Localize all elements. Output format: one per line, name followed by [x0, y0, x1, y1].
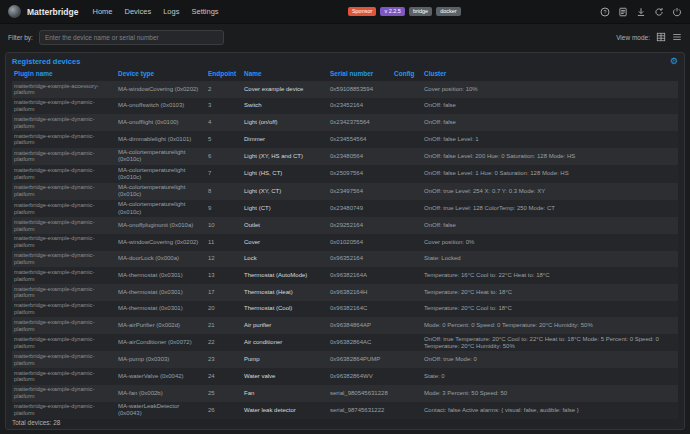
total-devices-label: Total devices: 28 — [12, 419, 60, 426]
cell-serial-number: 0x23480749 — [328, 203, 392, 213]
table-row[interactable]: matterbridge-example-dynamic-platform MA… — [12, 234, 678, 251]
cell-name: Light (on/off) — [242, 118, 328, 128]
shutdown-power-icon[interactable] — [672, 7, 682, 17]
table-row[interactable]: matterbridge-example-dynamic-platform MA… — [12, 131, 678, 148]
cell-serial-number: serial_98745631222 — [328, 405, 392, 415]
sponsor-badge[interactable]: Sponsor — [348, 7, 377, 16]
cell-config — [392, 392, 422, 395]
filter-bar: Filter by: View mode: — [0, 24, 690, 50]
view-mode-switch — [656, 28, 682, 46]
device-filter-input[interactable] — [39, 30, 224, 45]
table-row[interactable]: matterbridge-example-dynamic-platform MA… — [12, 183, 678, 200]
help-icon[interactable]: ? — [600, 7, 610, 17]
cell-config — [392, 190, 422, 193]
cell-device-type: MA-airConditioner (0x0072) — [116, 338, 206, 348]
cell-cluster: OnOff: false — [422, 221, 678, 231]
table-row[interactable]: matterbridge-example-dynamic-platform MA… — [12, 317, 678, 334]
cell-cluster: OnOff: true Temperature: 20°C Cool to: 2… — [422, 334, 678, 351]
menu-item-settings[interactable]: Settings — [191, 7, 218, 16]
cell-endpoint: 5 — [206, 134, 242, 144]
cell-config — [392, 308, 422, 311]
cell-plugin-name: matterbridge-example-dynamic-platform — [12, 385, 116, 402]
table-row[interactable]: matterbridge-example-dynamic-platform MA… — [12, 114, 678, 131]
cell-endpoint: 12 — [206, 254, 242, 264]
cell-serial-number: 0x96382864WV — [328, 371, 392, 381]
cell-serial-number: 0x25097564 — [328, 169, 392, 179]
table-row[interactable]: matterbridge-example-dynamic-platform MA… — [12, 267, 678, 284]
cell-serial-number: 0x96382164C — [328, 304, 392, 314]
update-download-icon[interactable] — [636, 7, 646, 17]
table-row[interactable]: matterbridge-example-dynamic-platform MA… — [12, 217, 678, 234]
table-row[interactable]: matterbridge-example-dynamic-platform MA… — [12, 98, 678, 115]
cell-config — [392, 358, 422, 361]
table-row[interactable]: matterbridge-example-dynamic-platform MA… — [12, 200, 678, 217]
matterbridge-logo-icon — [8, 5, 21, 18]
cell-name: Lock — [242, 254, 328, 264]
panel-header: Registered devices ⚙ — [12, 57, 678, 66]
menu-item-devices[interactable]: Devices — [125, 7, 152, 16]
cell-plugin-name: matterbridge-example-dynamic-platform — [12, 267, 116, 284]
cell-serial-number: 0x2342375564 — [328, 118, 392, 128]
cell-config — [392, 274, 422, 277]
cell-cluster: OnOff: true Level: 254 X: 0.7 Y: 0.3 Mod… — [422, 186, 678, 196]
cell-config — [392, 375, 422, 378]
cell-serial-number: 0x96384864AP — [328, 321, 392, 331]
table-row[interactable]: matterbridge-example-dynamic-platform MA… — [12, 334, 678, 351]
cell-config — [392, 409, 422, 412]
restart-icon[interactable] — [654, 7, 664, 17]
col-header-name: Name — [242, 68, 328, 79]
cell-config — [392, 207, 422, 210]
panel-title: Registered devices — [12, 57, 80, 66]
cell-name: Light (XY, HS and CT) — [242, 151, 328, 161]
cell-plugin-name: matterbridge-example-dynamic-platform — [12, 284, 116, 301]
cell-cluster: Temperature: 16°C Cool to: 22°C Heat to:… — [422, 271, 678, 281]
table-row[interactable]: matterbridge-example-accessory-platform … — [12, 81, 678, 98]
cell-cluster: OnOff: false Level: 1 — [422, 134, 678, 144]
table-row[interactable]: matterbridge-example-dynamic-platform MA… — [12, 165, 678, 182]
cell-cluster: OnOff: false Level: 200 Hue: 0 Saturatio… — [422, 151, 678, 161]
main-menu: Home Devices Logs Settings — [92, 7, 218, 16]
table-row[interactable]: matterbridge-example-dynamic-platform MA… — [12, 251, 678, 268]
cell-cluster: Mode: 0 Percent: 0 Speed: 0 Temperature:… — [422, 321, 678, 331]
menu-item-home[interactable]: Home — [92, 7, 112, 16]
cell-device-type: MA-airPurifier (0x002d) — [116, 321, 206, 331]
cell-serial-number: 0x96382164H — [328, 287, 392, 297]
table-row[interactable]: matterbridge-example-dynamic-platform MA… — [12, 301, 678, 318]
table-view-icon[interactable] — [656, 28, 666, 46]
cell-serial-number: 0x01020564 — [328, 237, 392, 247]
table-row[interactable]: matterbridge-example-dynamic-platform MA… — [12, 284, 678, 301]
cell-name: Light (XY, CT) — [242, 186, 328, 196]
cell-serial-number: 0x23480564 — [328, 151, 392, 161]
cell-config — [392, 155, 422, 158]
cell-plugin-name: matterbridge-example-dynamic-platform — [12, 368, 116, 385]
cell-endpoint: 6 — [206, 151, 242, 161]
cell-plugin-name: matterbridge-example-dynamic-platform — [12, 402, 116, 419]
cell-plugin-name: matterbridge-example-dynamic-platform — [12, 334, 116, 351]
cell-device-type: MA-thermostat (0x0301) — [116, 304, 206, 314]
cell-device-type: MA-colortemperaturelight (0x010c) — [116, 183, 206, 200]
menu-item-logs[interactable]: Logs — [163, 7, 179, 16]
table-row[interactable]: matterbridge-example-dynamic-platform MA… — [12, 368, 678, 385]
col-header-cluster: Cluster — [422, 68, 678, 79]
navbar-actions: ? — [600, 7, 682, 17]
cell-cluster: Temperature: 20°C Cool to: 18°C — [422, 304, 678, 314]
cell-endpoint: 13 — [206, 271, 242, 281]
table-row[interactable]: matterbridge-example-dynamic-platform MA… — [12, 148, 678, 165]
cell-serial-number: 0x96382164A — [328, 271, 392, 281]
panel-footer: Total devices: 28 — [12, 419, 678, 427]
cell-device-type: MA-doorLock (0x000a) — [116, 254, 206, 264]
cell-endpoint: 21 — [206, 321, 242, 331]
cell-name: Outlet — [242, 221, 328, 231]
cell-config — [392, 224, 422, 227]
registered-devices-panel: Registered devices ⚙ Plugin name Device … — [5, 52, 685, 430]
cell-endpoint: 24 — [206, 371, 242, 381]
list-view-icon[interactable] — [672, 28, 682, 46]
table-settings-gear-icon[interactable]: ⚙ — [670, 57, 678, 66]
cell-config — [392, 291, 422, 294]
cell-device-type: MA-thermostat (0x0301) — [116, 271, 206, 281]
table-row[interactable]: matterbridge-example-dynamic-platform MA… — [12, 351, 678, 368]
table-row[interactable]: matterbridge-example-dynamic-platform MA… — [12, 402, 678, 419]
table-row[interactable]: matterbridge-example-dynamic-platform MA… — [12, 385, 678, 402]
changelog-icon[interactable] — [618, 7, 628, 17]
cell-name: Cover example device — [242, 84, 328, 94]
